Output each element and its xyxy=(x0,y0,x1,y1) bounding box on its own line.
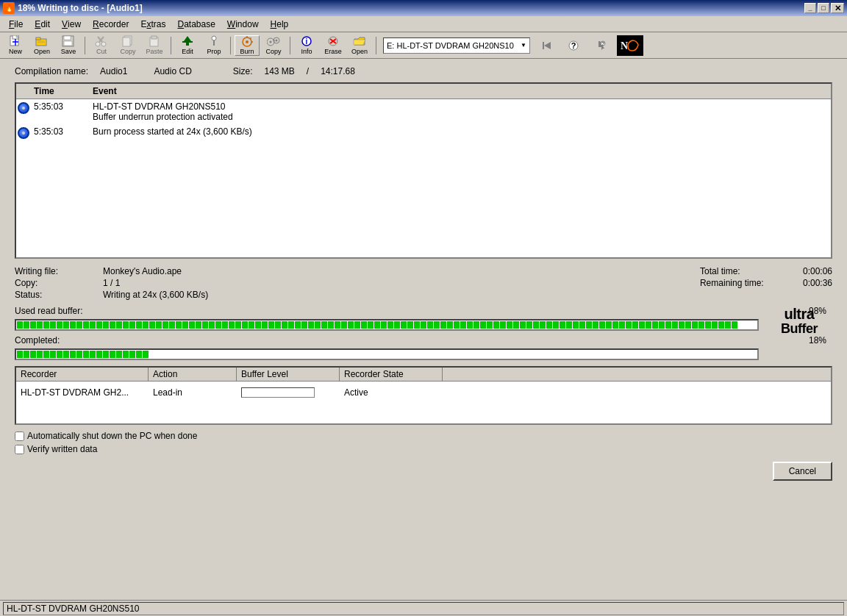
burn-button[interactable]: Burn xyxy=(235,35,260,56)
svg-rect-11 xyxy=(64,41,72,46)
menu-edit[interactable]: Edit xyxy=(29,17,56,32)
copy-disc-label: Copy xyxy=(265,48,281,55)
menu-file[interactable]: File xyxy=(3,17,29,32)
compilation-type-value: Audio CD xyxy=(154,66,191,76)
menu-recorder[interactable]: Recorder xyxy=(87,17,135,32)
burn-icon xyxy=(240,35,254,47)
copy-value: 1 / 1 xyxy=(103,278,324,288)
new-icon xyxy=(9,35,22,47)
nero-logo: N xyxy=(617,35,643,56)
svg-point-23 xyxy=(212,36,216,40)
copy-button[interactable]: Copy xyxy=(115,35,140,56)
drive-text: E: HL-DT-ST DVDRAM GH20NS10 xyxy=(387,41,514,50)
ultra-text: ultra xyxy=(766,306,832,322)
status-bar-panel: HL-DT-ST DVDRAM GH20NS510 xyxy=(3,602,844,615)
mouse-help-icon: ? xyxy=(593,40,607,51)
menu-help[interactable]: Help xyxy=(265,17,295,32)
compilation-size-separator: / xyxy=(307,66,309,76)
save-button[interactable]: Save xyxy=(56,35,81,56)
buffer-level-bar xyxy=(241,387,315,398)
mouse-help-button[interactable]: ? xyxy=(587,35,612,56)
verify-data-checkbox[interactable] xyxy=(15,445,24,454)
progress-section: ultra Buffer Used read buffer: 98% Compl… xyxy=(15,306,832,360)
menu-window[interactable]: Window xyxy=(221,17,265,32)
rt-col-recorder-header: Recorder xyxy=(16,368,149,381)
status-bar-text: HL-DT-ST DVDRAM GH20NS510 xyxy=(7,604,140,614)
svg-text:?: ? xyxy=(601,41,604,46)
svg-point-33 xyxy=(276,40,278,42)
copy-label: Copy: xyxy=(15,278,103,288)
verify-data-label[interactable]: Verify written data xyxy=(27,444,97,454)
eject-left-button[interactable] xyxy=(535,35,560,56)
svg-rect-6 xyxy=(36,37,40,40)
log-area: Time Event 5:35:03 HL-DT-ST DVDRAM GH20N… xyxy=(15,82,832,259)
completed-row: Completed: 18% xyxy=(15,335,832,345)
cut-button[interactable]: Cut xyxy=(89,35,114,56)
copy-disc-button[interactable]: Copy xyxy=(261,35,286,56)
open-button[interactable]: Open xyxy=(29,35,54,56)
recorder-state: Active xyxy=(340,384,443,401)
copy-label: Copy xyxy=(120,48,135,55)
info-button[interactable]: i Info xyxy=(294,35,319,56)
svg-point-31 xyxy=(270,41,272,43)
drive-dropdown-arrow: ▼ xyxy=(521,42,526,49)
copy-icon xyxy=(121,35,135,47)
recorder-table-header: Recorder Action Buffer Level Recorder St… xyxy=(16,368,831,382)
menu-database[interactable]: Database xyxy=(171,17,221,32)
properties-icon xyxy=(207,35,221,47)
separator-5 xyxy=(376,37,376,54)
svg-marker-21 xyxy=(184,36,191,41)
rt-col-state-header: Recorder State xyxy=(340,368,443,381)
log-disc-icon-2 xyxy=(18,127,29,139)
edit-button[interactable]: Edit xyxy=(175,35,200,56)
auto-shutdown-checkbox[interactable] xyxy=(15,431,24,441)
recorder-buffer xyxy=(237,384,340,401)
status-value: Writing at 24x (3,600 KB/s) xyxy=(103,290,208,300)
read-buffer-bar xyxy=(15,319,759,331)
edit-label: Edit xyxy=(182,48,193,55)
separator-4 xyxy=(290,37,290,54)
completed-pct: 18% xyxy=(809,335,832,345)
auto-shutdown-label[interactable]: Automatically shut down the PC when done xyxy=(27,431,197,441)
read-buffer-label: Used read buffer: xyxy=(15,306,103,316)
separator-1 xyxy=(85,37,85,54)
minimize-button[interactable]: _ xyxy=(804,3,816,13)
svg-marker-40 xyxy=(544,42,551,49)
writing-file-value: Monkey's Audio.ape xyxy=(103,266,324,276)
menu-extras[interactable]: Extras xyxy=(135,17,171,32)
log-time-2: 5:35:03 xyxy=(31,126,90,137)
log-event-1: HL-DT-ST DVDRAM GH20NS510 Buffer underru… xyxy=(90,101,831,123)
open-folder-button[interactable]: Open xyxy=(347,35,372,56)
erase-button[interactable]: Erase xyxy=(321,35,346,56)
log-row-2: 5:35:03 Burn process started at 24x (3,6… xyxy=(16,124,831,140)
cancel-button[interactable]: Cancel xyxy=(773,462,832,481)
log-event-2: Burn process started at 24x (3,600 KB/s) xyxy=(90,126,831,137)
svg-text:N: N xyxy=(621,40,628,51)
status-label: Status: xyxy=(15,290,103,300)
erase-label: Erase xyxy=(324,48,342,55)
help-button[interactable]: ? xyxy=(561,35,586,56)
title-bar-text: 18% Writing to disc - [Audio1] xyxy=(18,3,143,13)
log-row-1: 5:35:03 HL-DT-ST DVDRAM GH20NS510 Buffer… xyxy=(16,99,831,124)
new-button[interactable]: New xyxy=(3,35,28,56)
completed-bar xyxy=(15,348,759,360)
maximize-button[interactable]: □ xyxy=(818,3,829,13)
close-button[interactable]: ✕ xyxy=(831,3,844,13)
log-col-event-header: Event xyxy=(90,85,831,97)
drive-selector[interactable]: E: HL-DT-ST DVDRAM GH20NS10 ▼ xyxy=(383,37,530,54)
open-label: Open xyxy=(34,48,50,55)
paste-label: Paste xyxy=(146,48,162,55)
svg-rect-22 xyxy=(186,43,189,46)
completed-label: Completed: xyxy=(15,335,103,345)
menu-view[interactable]: View xyxy=(56,17,87,32)
edit-icon xyxy=(181,35,194,47)
svg-point-14 xyxy=(96,42,100,46)
compilation-duration-value: 14:17.68 xyxy=(321,66,355,76)
recorder-name: HL-DT-ST DVDRAM GH2... xyxy=(16,384,149,401)
status-bar: HL-DT-ST DVDRAM GH20NS510 xyxy=(0,600,847,616)
paste-button[interactable]: Paste xyxy=(142,35,167,56)
properties-button[interactable]: Prop xyxy=(201,35,226,56)
log-header: Time Event xyxy=(16,84,831,99)
title-bar-left: 🔥 18% Writing to disc - [Audio1] xyxy=(3,2,143,14)
open-folder-icon xyxy=(353,35,366,47)
